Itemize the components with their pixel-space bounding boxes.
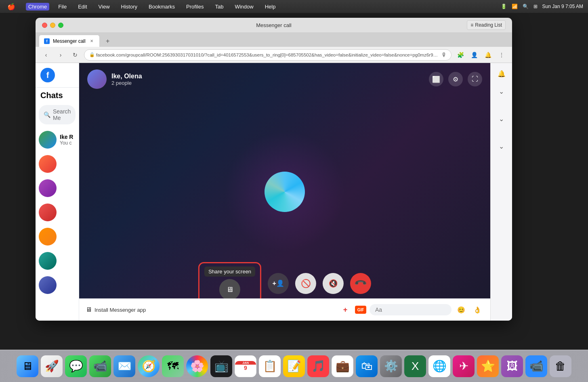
tab-close-button[interactable]: ✕ [89, 38, 94, 44]
mic-icon[interactable]: 🎙 [441, 52, 447, 58]
dock-item-mail[interactable]: ✉️ [113, 355, 135, 377]
emoji-button[interactable]: 😊 [455, 303, 468, 316]
new-tab-button[interactable]: + [102, 36, 113, 47]
call-header: Ike, Olena 2 people ⬜ ⚙ ⛶ [79, 63, 490, 95]
chat-item-3[interactable] [36, 200, 79, 225]
chat-item-5[interactable] [36, 249, 79, 273]
mute-icon: 🔇 [329, 279, 338, 288]
chat-avatar-3 [39, 204, 57, 221]
search-menubar-icon[interactable]: 🔍 [523, 4, 529, 9]
edit-menu-item[interactable]: Edit [76, 3, 89, 10]
chat-item-2[interactable] [36, 176, 79, 200]
end-call-icon: 📞 [354, 276, 368, 290]
toolbar-icons: 🧩 👤 🔔 ⋮ [455, 49, 507, 61]
share-screen-button[interactable]: 🖥 [219, 279, 240, 300]
end-call-button[interactable]: 📞 [350, 273, 371, 294]
dock-item-preview[interactable]: 🖼 [501, 355, 523, 377]
dock-item-appletv[interactable]: 📺 [210, 355, 232, 377]
right-sidebar-btn-2[interactable]: ⌄ [494, 84, 509, 99]
dock-item-chrome[interactable]: 🌐 [428, 355, 450, 377]
close-button[interactable] [42, 23, 47, 28]
dock-item-direct[interactable]: ✈ [453, 355, 475, 377]
chat-item-1[interactable] [36, 152, 79, 176]
dock-item-zoom[interactable]: 📹 [525, 355, 547, 377]
fb-header: f [36, 63, 79, 88]
window-menu-item[interactable]: Window [232, 3, 256, 10]
dock-item-photos[interactable]: 🌸 [186, 355, 208, 377]
add-person-button[interactable]: +👤 [268, 273, 289, 294]
call-user-details: Ike, Olena 2 people [111, 73, 142, 86]
dock-item-trash[interactable]: 🗑 [550, 355, 571, 377]
dock-item-appstore[interactable]: 🛍 [356, 355, 378, 377]
extensions-button[interactable]: 🧩 [455, 49, 466, 61]
menu-bar-left: 🍎 Chrome File Edit View History Bookmark… [5, 2, 278, 11]
chat-item-0[interactable]: Ike R You c [36, 128, 79, 152]
browser-toolbar: ‹ › ↻ 🔒 facebook.com/groupcall/ROOM:2563… [36, 47, 512, 63]
tab-menu-item[interactable]: Tab [212, 3, 226, 10]
call-fullscreen-button[interactable]: ⛶ [468, 72, 482, 86]
bookmarks-menu-item[interactable]: Bookmarks [146, 3, 177, 10]
monitor-icon: 🖥 [86, 306, 92, 313]
dock-item-safari[interactable]: 🧭 [138, 355, 160, 377]
facebook-logo[interactable]: f [40, 68, 55, 82]
clock-display: Sun Jan 9 7:05 AM [542, 4, 583, 9]
dock-item-excel[interactable]: X [404, 355, 426, 377]
thumbsup-button[interactable]: 👌 [471, 303, 484, 316]
reading-list-button[interactable]: ≡ Reading List [467, 20, 506, 30]
address-text: facebook.com/groupcall/ROOM:256393031703… [96, 52, 438, 57]
view-menu-item[interactable]: View [96, 3, 112, 10]
dock-item-slack[interactable]: 💼 [332, 355, 353, 377]
dock-item-reminders[interactable]: 📋 [259, 355, 281, 377]
call-area: Ike, Olena 2 people ⬜ ⚙ ⛶ [79, 63, 490, 321]
notifications-button[interactable]: 🔔 [482, 49, 494, 61]
dock-item-messages[interactable]: 💬 [65, 355, 87, 377]
video-off-icon: 🚫 [301, 279, 311, 288]
right-sidebar-btn-4[interactable]: ⌄ [494, 139, 509, 153]
dock-item-sysprefs[interactable]: ⚙️ [380, 355, 402, 377]
dock-item-music[interactable]: 🎵 [307, 355, 329, 377]
apple-menu[interactable]: 🍎 [5, 2, 18, 11]
profiles-menu-item[interactable]: Profiles [184, 3, 206, 10]
dock-item-maps[interactable]: 🗺 [162, 355, 184, 377]
active-tab[interactable]: f Messenger call ✕ [39, 35, 100, 47]
address-bar[interactable]: 🔒 facebook.com/groupcall/ROOM:2563930317… [84, 49, 452, 61]
browser-menu-button[interactable]: ⋮ [496, 49, 507, 61]
chrome-menu-item[interactable]: Chrome [26, 3, 49, 10]
add-footer-btn[interactable]: + [339, 303, 352, 316]
browser-window: Messenger call ≡ Reading List f Messenge… [36, 18, 512, 321]
chat-item-6[interactable] [36, 273, 79, 297]
footer-install: 🖥 Install Messenger app [86, 306, 335, 313]
browser-titlebar: Messenger call ≡ Reading List [36, 18, 512, 32]
video-toggle-button[interactable]: 🚫 [295, 273, 316, 294]
forward-button[interactable]: › [55, 49, 66, 61]
dock-item-facetime[interactable]: 📹 [89, 355, 111, 377]
minimize-button[interactable] [50, 23, 55, 28]
browser-title: Messenger call [256, 22, 291, 28]
call-video-toggle-header[interactable]: ⬜ [429, 72, 443, 86]
file-menu-item[interactable]: File [56, 3, 69, 10]
history-menu-item[interactable]: History [119, 3, 140, 10]
right-sidebar-btn-1[interactable]: 🔔 [494, 66, 509, 81]
dock-item-calendar[interactable]: JAN9 [235, 355, 256, 377]
dock-item-notes[interactable]: 📝 [283, 355, 305, 377]
dock-item-launchpad[interactable]: 🚀 [41, 355, 63, 377]
search-box[interactable]: 🔍 Search Me [39, 105, 76, 124]
chat-item-4[interactable] [36, 225, 79, 249]
dock-item-reeder[interactable]: ⭐ [477, 355, 499, 377]
mute-button[interactable]: 🔇 [323, 273, 344, 294]
messenger-footer: 🖥 Install Messenger app + GIF 😊 👌 [79, 298, 490, 321]
dock-item-finder[interactable]: 🖥 [17, 355, 38, 377]
back-button[interactable]: ‹ [40, 49, 52, 61]
reload-button[interactable]: ↻ [69, 49, 81, 61]
profile-button[interactable]: 👤 [468, 49, 480, 61]
call-settings-button[interactable]: ⚙ [448, 72, 463, 86]
right-sidebar-btn-3[interactable]: ⌄ [494, 111, 509, 126]
chat-list: Ike R You c [36, 128, 79, 321]
gif-btn[interactable]: GIF [355, 306, 366, 314]
message-input[interactable] [370, 304, 452, 315]
control-center-icon[interactable]: ⊞ [533, 4, 538, 9]
maximize-button[interactable] [58, 23, 63, 28]
menu-bar: 🍎 Chrome File Edit View History Bookmark… [0, 0, 588, 13]
chat-avatar-1 [39, 155, 57, 173]
help-menu-item[interactable]: Help [262, 3, 278, 10]
